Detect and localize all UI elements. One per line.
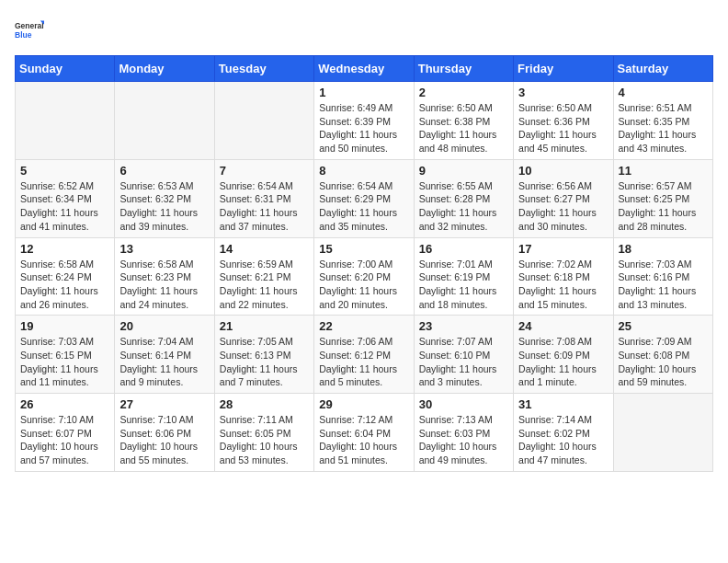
calendar-cell: 17Sunrise: 7:02 AM Sunset: 6:18 PM Dayli… [514, 237, 613, 316]
day-number: 29 [319, 397, 408, 411]
logo: General Blue [15, 15, 44, 44]
day-number: 1 [319, 86, 408, 99]
calendar-cell [613, 394, 712, 472]
calendar-cell: 16Sunrise: 7:01 AM Sunset: 6:19 PM Dayli… [414, 237, 513, 316]
day-info: Sunrise: 7:12 AM Sunset: 6:04 PM Dayligh… [319, 413, 408, 467]
day-number: 17 [518, 242, 608, 256]
weekday-header: Tuesday [214, 56, 313, 82]
day-number: 24 [518, 319, 608, 333]
day-info: Sunrise: 7:14 AM Sunset: 6:02 PM Dayligh… [518, 413, 608, 467]
day-number: 8 [319, 164, 408, 178]
calendar-cell: 15Sunrise: 7:00 AM Sunset: 6:20 PM Dayli… [314, 237, 414, 316]
calendar-header: SundayMondayTuesdayWednesdayThursdayFrid… [16, 56, 713, 82]
day-number: 13 [119, 242, 209, 256]
svg-text:General: General [15, 21, 44, 30]
calendar-cell: 24Sunrise: 7:08 AM Sunset: 6:09 PM Dayli… [514, 316, 613, 394]
day-number: 18 [619, 242, 708, 256]
calendar-cell: 10Sunrise: 6:56 AM Sunset: 6:27 PM Dayli… [514, 159, 613, 237]
calendar-cell [115, 82, 214, 160]
svg-text:Blue: Blue [15, 30, 32, 40]
day-info: Sunrise: 6:54 AM Sunset: 6:31 PM Dayligh… [220, 179, 309, 234]
calendar-cell: 4Sunrise: 6:51 AM Sunset: 6:35 PM Daylig… [613, 82, 712, 160]
weekday-header: Wednesday [314, 56, 414, 82]
day-number: 10 [518, 164, 608, 178]
calendar-cell: 26Sunrise: 7:10 AM Sunset: 6:07 PM Dayli… [16, 394, 115, 472]
calendar-cell: 23Sunrise: 7:07 AM Sunset: 6:10 PM Dayli… [414, 316, 513, 394]
calendar-cell: 3Sunrise: 6:50 AM Sunset: 6:36 PM Daylig… [514, 82, 613, 160]
day-info: Sunrise: 7:09 AM Sunset: 6:08 PM Dayligh… [619, 335, 708, 389]
calendar-cell: 2Sunrise: 6:50 AM Sunset: 6:38 PM Daylig… [414, 82, 513, 160]
weekday-header: Sunday [16, 56, 115, 82]
day-number: 2 [419, 86, 508, 99]
day-info: Sunrise: 7:02 AM Sunset: 6:18 PM Dayligh… [518, 258, 608, 312]
day-number: 28 [220, 397, 309, 411]
calendar-cell: 18Sunrise: 7:03 AM Sunset: 6:16 PM Dayli… [613, 237, 712, 316]
calendar-week-row: 12Sunrise: 6:58 AM Sunset: 6:24 PM Dayli… [16, 237, 713, 316]
calendar-table: SundayMondayTuesdayWednesdayThursdayFrid… [15, 55, 713, 472]
day-info: Sunrise: 7:05 AM Sunset: 6:13 PM Dayligh… [220, 335, 309, 389]
day-number: 7 [220, 164, 309, 178]
weekday-header: Monday [115, 56, 214, 82]
day-info: Sunrise: 7:03 AM Sunset: 6:15 PM Dayligh… [20, 335, 109, 389]
weekday-header: Thursday [414, 56, 513, 82]
calendar-cell: 12Sunrise: 6:58 AM Sunset: 6:24 PM Dayli… [16, 237, 115, 316]
day-info: Sunrise: 7:13 AM Sunset: 6:03 PM Dayligh… [419, 413, 508, 467]
day-number: 30 [419, 397, 508, 411]
day-info: Sunrise: 7:07 AM Sunset: 6:10 PM Dayligh… [419, 335, 508, 389]
day-info: Sunrise: 7:11 AM Sunset: 6:05 PM Dayligh… [220, 413, 309, 467]
day-info: Sunrise: 7:06 AM Sunset: 6:12 PM Dayligh… [319, 335, 408, 389]
day-info: Sunrise: 6:59 AM Sunset: 6:21 PM Dayligh… [220, 258, 309, 312]
calendar-cell: 11Sunrise: 6:57 AM Sunset: 6:25 PM Dayli… [613, 159, 712, 237]
calendar-cell: 30Sunrise: 7:13 AM Sunset: 6:03 PM Dayli… [414, 394, 513, 472]
day-number: 22 [319, 319, 408, 333]
day-number: 12 [20, 242, 109, 256]
day-info: Sunrise: 7:03 AM Sunset: 6:16 PM Dayligh… [619, 258, 708, 312]
calendar-cell: 19Sunrise: 7:03 AM Sunset: 6:15 PM Dayli… [16, 316, 115, 394]
page-header: General Blue [15, 15, 713, 44]
day-number: 27 [119, 397, 209, 411]
logo-svg: General Blue [15, 15, 44, 44]
calendar-cell: 21Sunrise: 7:05 AM Sunset: 6:13 PM Dayli… [214, 316, 313, 394]
day-info: Sunrise: 7:08 AM Sunset: 6:09 PM Dayligh… [518, 335, 608, 389]
day-info: Sunrise: 6:58 AM Sunset: 6:23 PM Dayligh… [119, 258, 209, 312]
day-number: 9 [419, 164, 508, 178]
day-info: Sunrise: 6:54 AM Sunset: 6:29 PM Dayligh… [319, 179, 408, 234]
day-number: 14 [220, 242, 309, 256]
day-info: Sunrise: 6:57 AM Sunset: 6:25 PM Dayligh… [619, 179, 708, 234]
day-number: 15 [319, 242, 408, 256]
calendar-cell [16, 82, 115, 160]
day-number: 11 [619, 164, 708, 178]
weekday-header-row: SundayMondayTuesdayWednesdayThursdayFrid… [16, 56, 713, 82]
weekday-header: Friday [514, 56, 613, 82]
day-number: 21 [220, 319, 309, 333]
day-number: 31 [518, 397, 608, 411]
day-number: 3 [518, 86, 608, 99]
calendar-week-row: 1Sunrise: 6:49 AM Sunset: 6:39 PM Daylig… [16, 82, 713, 160]
day-info: Sunrise: 6:53 AM Sunset: 6:32 PM Dayligh… [119, 179, 209, 234]
calendar-cell: 8Sunrise: 6:54 AM Sunset: 6:29 PM Daylig… [314, 159, 414, 237]
day-number: 4 [619, 86, 708, 99]
weekday-header: Saturday [613, 56, 712, 82]
day-info: Sunrise: 7:00 AM Sunset: 6:20 PM Dayligh… [319, 258, 408, 312]
calendar-cell: 13Sunrise: 6:58 AM Sunset: 6:23 PM Dayli… [115, 237, 214, 316]
calendar-cell: 9Sunrise: 6:55 AM Sunset: 6:28 PM Daylig… [414, 159, 513, 237]
day-info: Sunrise: 6:56 AM Sunset: 6:27 PM Dayligh… [518, 179, 608, 234]
day-info: Sunrise: 6:51 AM Sunset: 6:35 PM Dayligh… [619, 101, 708, 155]
day-info: Sunrise: 6:55 AM Sunset: 6:28 PM Dayligh… [419, 179, 508, 234]
calendar-cell [214, 82, 313, 160]
day-number: 26 [20, 397, 109, 411]
day-number: 23 [419, 319, 508, 333]
calendar-week-row: 19Sunrise: 7:03 AM Sunset: 6:15 PM Dayli… [16, 316, 713, 394]
day-info: Sunrise: 6:58 AM Sunset: 6:24 PM Dayligh… [20, 258, 109, 312]
calendar-cell: 22Sunrise: 7:06 AM Sunset: 6:12 PM Dayli… [314, 316, 414, 394]
calendar-cell: 27Sunrise: 7:10 AM Sunset: 6:06 PM Dayli… [115, 394, 214, 472]
calendar-cell: 28Sunrise: 7:11 AM Sunset: 6:05 PM Dayli… [214, 394, 313, 472]
calendar-cell: 31Sunrise: 7:14 AM Sunset: 6:02 PM Dayli… [514, 394, 613, 472]
day-info: Sunrise: 7:10 AM Sunset: 6:06 PM Dayligh… [119, 413, 209, 467]
day-number: 19 [20, 319, 109, 333]
day-info: Sunrise: 6:50 AM Sunset: 6:36 PM Dayligh… [518, 101, 608, 155]
calendar-cell: 25Sunrise: 7:09 AM Sunset: 6:08 PM Dayli… [613, 316, 712, 394]
calendar-body: 1Sunrise: 6:49 AM Sunset: 6:39 PM Daylig… [16, 82, 713, 472]
day-number: 5 [20, 164, 109, 178]
day-info: Sunrise: 6:50 AM Sunset: 6:38 PM Dayligh… [419, 101, 508, 155]
